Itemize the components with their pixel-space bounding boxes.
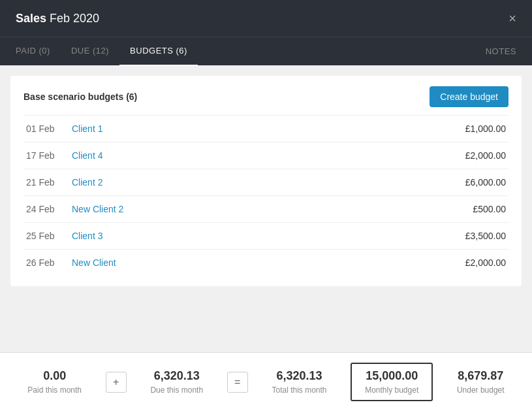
row-client[interactable]: Client 4 [69, 142, 313, 169]
row-amount: £2,000.00 [313, 250, 509, 276]
modal-title: Sales Feb 2020 [16, 12, 99, 25]
table-row: 01 Feb Client 1 £1,000.00 [23, 116, 509, 142]
tab-notes[interactable]: NOTES [486, 46, 516, 56]
row-date: 21 Feb [23, 169, 69, 196]
monthly-value: 15,000.00 [366, 369, 418, 383]
row-date: 24 Feb [23, 196, 69, 223]
table-row: 24 Feb New Client 2 £500.00 [23, 196, 509, 223]
plus-icon[interactable]: + [106, 372, 127, 393]
table-row: 25 Feb Client 3 £3,500.00 [23, 223, 509, 250]
row-amount: £3,500.00 [313, 223, 509, 250]
row-date: 26 Feb [23, 250, 69, 276]
under-value: 8,679.87 [458, 369, 503, 383]
row-date: 25 Feb [23, 223, 69, 250]
total-value: 6,320.13 [276, 369, 322, 383]
modal-header: Sales Feb 2020 × [0, 0, 532, 37]
row-amount: £1,000.00 [313, 116, 509, 142]
budget-table: 01 Feb Client 1 £1,000.00 17 Feb Client … [23, 115, 509, 276]
footer-total: 6,320.13 Total this month [272, 369, 326, 395]
row-client[interactable]: Client 3 [69, 223, 313, 250]
footer-paid: 0.00 Paid this month [27, 369, 82, 395]
modal-container: Sales Feb 2020 × PAID (0) DUE (12) BUDGE… [0, 0, 532, 411]
tab-budgets[interactable]: BUDGETS (6) [119, 37, 198, 66]
footer-due: 6,320.13 Due this month [150, 369, 203, 395]
modal-footer: 0.00 Paid this month + 6,320.13 Due this… [0, 352, 532, 411]
table-row: 26 Feb New Client £2,000.00 [23, 250, 509, 276]
create-budget-button[interactable]: Create budget [430, 86, 509, 107]
row-date: 17 Feb [23, 142, 69, 169]
total-label: Total this month [272, 386, 326, 395]
row-amount: £2,000.00 [313, 142, 509, 169]
paid-value: 0.00 [43, 369, 66, 383]
footer-monthly-budget: 15,000.00 Monthly budget [351, 363, 433, 401]
tab-paid[interactable]: PAID (0) [16, 37, 61, 66]
due-label: Due this month [150, 386, 203, 395]
budget-card-header: Base scenario budgets (6) Create budget [23, 86, 509, 107]
row-client[interactable]: Client 1 [69, 116, 313, 142]
budget-card: Base scenario budgets (6) Create budget … [10, 76, 522, 286]
row-date: 01 Feb [23, 116, 69, 142]
due-value: 6,320.13 [154, 369, 200, 383]
row-client[interactable]: Client 2 [69, 169, 313, 196]
row-amount: £6,000.00 [313, 169, 509, 196]
modal-tabs: PAID (0) DUE (12) BUDGETS (6) NOTES [0, 37, 532, 65]
row-amount: £500.00 [313, 196, 509, 223]
title-date: Feb 2020 [46, 12, 99, 25]
row-client[interactable]: New Client 2 [69, 196, 313, 223]
footer-under-budget: 8,679.87 Under budget [457, 369, 505, 395]
row-client[interactable]: New Client [69, 250, 313, 276]
under-label: Under budget [457, 386, 505, 395]
equals-icon[interactable]: = [227, 372, 248, 393]
table-row: 21 Feb Client 2 £6,000.00 [23, 169, 509, 196]
monthly-label: Monthly budget [365, 386, 418, 395]
paid-label: Paid this month [27, 386, 82, 395]
close-button[interactable]: × [509, 12, 516, 25]
title-bold: Sales [16, 12, 46, 25]
table-row: 17 Feb Client 4 £2,000.00 [23, 142, 509, 169]
tab-due[interactable]: DUE (12) [61, 37, 119, 66]
budget-section-title: Base scenario budgets (6) [23, 91, 137, 102]
modal-body: Base scenario budgets (6) Create budget … [0, 65, 532, 352]
